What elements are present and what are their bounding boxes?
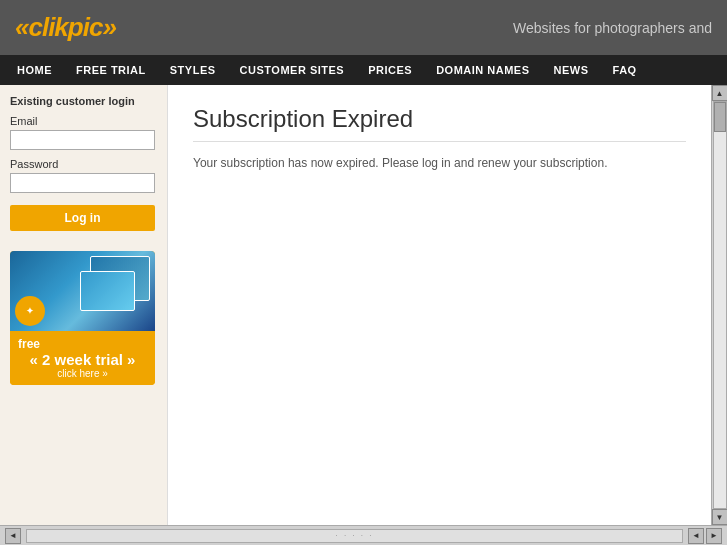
scroll-down-arrow[interactable]: ▼ (712, 509, 728, 525)
site-tagline: Websites for photographers and (513, 20, 712, 36)
trial-weeks-label: « 2 week trial » (18, 351, 147, 368)
nav-free-trial[interactable]: FREE TRIAL (64, 55, 158, 85)
trial-banner[interactable]: ✦ free « 2 week trial » click here » (10, 251, 155, 385)
trial-screenshot-2 (80, 271, 135, 311)
trial-click-label: click here » (18, 368, 147, 379)
site-header: «clikpic» Websites for photographers and (0, 0, 727, 55)
page-title: Subscription Expired (193, 105, 686, 142)
sidebar: Existing customer login Email Password L… (0, 85, 168, 525)
trial-badge: ✦ (15, 296, 45, 326)
email-field[interactable] (10, 130, 155, 150)
trial-free-label: free (18, 337, 147, 351)
bottom-bar: ◄ · · · · · ◄ ► (0, 525, 727, 545)
nav-news[interactable]: NEWS (542, 55, 601, 85)
nav-domain-names[interactable]: DOMAIN NAMES (424, 55, 541, 85)
scroll-right-arrow-1[interactable]: ◄ (688, 528, 704, 544)
vertical-scrollbar: ▲ ▼ (711, 85, 727, 525)
logo-text: «clikpic» (15, 12, 116, 42)
trial-image: ✦ (10, 251, 155, 331)
right-arrows: ◄ ► (688, 528, 722, 544)
content-area: Existing customer login Email Password L… (0, 85, 727, 525)
main-content: Subscription Expired Your subscription h… (168, 85, 711, 525)
scroll-dots: · · · · · (335, 531, 373, 540)
site-logo[interactable]: «clikpic» (15, 12, 116, 43)
login-heading: Existing customer login (10, 95, 157, 107)
password-field[interactable] (10, 173, 155, 193)
nav-prices[interactable]: PRICES (356, 55, 424, 85)
login-button[interactable]: Log in (10, 205, 155, 231)
nav-faq[interactable]: FAQ (601, 55, 649, 85)
scroll-right-arrow-2[interactable]: ► (706, 528, 722, 544)
scroll-thumb[interactable] (714, 102, 726, 132)
horizontal-scrollbar[interactable]: · · · · · (26, 529, 683, 543)
subscription-message: Your subscription has now expired. Pleas… (193, 154, 686, 172)
password-label: Password (10, 158, 157, 170)
nav-customer-sites[interactable]: CUSTOMER SITES (228, 55, 357, 85)
nav-home[interactable]: HOME (5, 55, 64, 85)
scroll-left-arrow[interactable]: ◄ (5, 528, 21, 544)
trial-text-area: free « 2 week trial » click here » (10, 331, 155, 385)
email-label: Email (10, 115, 157, 127)
main-nav: HOME FREE TRIAL STYLES CUSTOMER SITES PR… (0, 55, 727, 85)
scroll-up-arrow[interactable]: ▲ (712, 85, 728, 101)
nav-styles[interactable]: STYLES (158, 55, 228, 85)
scroll-track[interactable] (713, 101, 727, 509)
page-content: Subscription Expired Your subscription h… (168, 85, 711, 525)
